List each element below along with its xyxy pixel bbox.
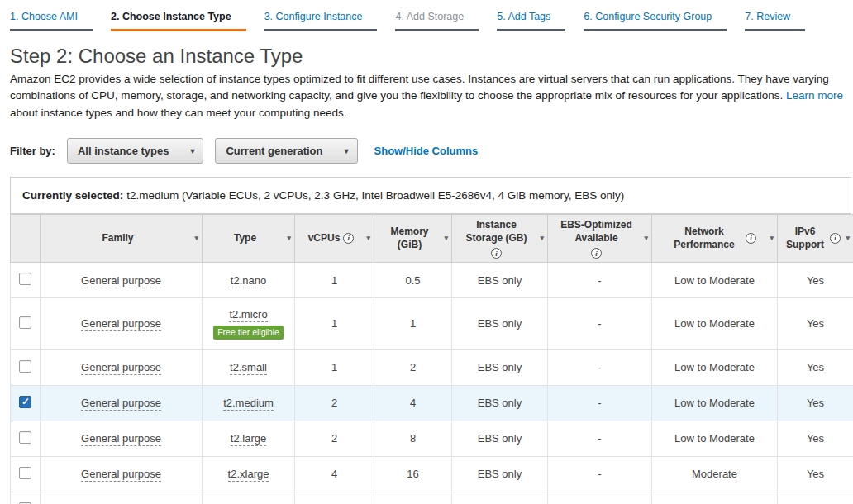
col-header-vcpus[interactable]: vCPUsi ▾ — [295, 214, 374, 262]
table-row-t2-medium[interactable]: General purpose t2.medium 2 4 EBS only -… — [11, 385, 853, 421]
table-row-t2-large[interactable]: General purpose t2.large 2 8 EBS only - … — [11, 421, 853, 456]
row-checkbox[interactable] — [19, 360, 31, 373]
sort-caret-icon[interactable]: ▾ — [366, 234, 370, 242]
row-checkbox[interactable] — [19, 467, 31, 479]
type-value[interactable]: t2.small — [230, 361, 267, 375]
col-header-ipv6-support[interactable]: IPv6 Supporti ▾ — [778, 214, 853, 262]
memory-value: 1 — [374, 298, 452, 350]
generation-filter-dropdown[interactable]: Current generation ▾ — [215, 138, 357, 164]
network-performance-value: Low to Moderate — [652, 385, 778, 421]
ebs-optimized-value: - — [548, 421, 652, 456]
col-label: IPv6 Support — [784, 225, 827, 251]
storage-value: EBS only — [452, 263, 548, 298]
show-hide-columns-link[interactable]: Show/Hide Columns — [374, 145, 479, 157]
sort-caret-icon[interactable]: ▾ — [287, 234, 291, 242]
currently-selected-value: t2.medium (Variable ECUs, 2 vCPUs, 2.3 G… — [126, 189, 624, 202]
ebs-optimized-value: - — [548, 456, 652, 492]
row-checkbox[interactable] — [19, 431, 31, 444]
storage-value: EBS only — [452, 421, 548, 456]
info-icon[interactable]: i — [830, 233, 841, 244]
family-value[interactable]: General purpose — [81, 274, 161, 288]
step-1-choose-ami[interactable]: 1. Choose AMI — [10, 11, 93, 31]
network-performance-value: Moderate — [652, 456, 778, 492]
network-performance-value: Low to Moderate — [652, 298, 778, 350]
vcpus-value: 1 — [295, 263, 374, 298]
col-header-family[interactable]: Family ▾ — [41, 214, 203, 262]
info-icon[interactable]: i — [591, 248, 602, 259]
col-label: Network Performance — [666, 225, 742, 251]
step-5-add-tags[interactable]: 5. Add Tags — [497, 11, 565, 31]
col-label: Instance Storage (GB) — [457, 218, 536, 245]
table-row-t2-2xlarge[interactable]: General purpose t2.2xlarge 8 32 EBS only… — [11, 492, 853, 504]
page-title: Step 2: Choose an Instance Type — [10, 45, 843, 68]
filter-bar: Filter by: All instance types ▾ Current … — [10, 138, 843, 164]
sort-caret-icon[interactable]: ▾ — [540, 234, 544, 242]
chevron-down-icon: ▾ — [190, 146, 194, 155]
type-value[interactable]: t2.micro — [229, 308, 267, 322]
row-checkbox[interactable] — [19, 273, 31, 285]
family-value[interactable]: General purpose — [81, 397, 161, 411]
step-7-review[interactable]: 7. Review — [745, 11, 805, 31]
step-6-configure-security-group[interactable]: 6. Configure Security Group — [584, 11, 727, 31]
chevron-down-icon: ▾ — [345, 146, 349, 155]
step-3-configure-instance[interactable]: 3. Configure Instance — [264, 11, 378, 31]
filter-by-label: Filter by: — [10, 145, 55, 157]
ebs-optimized-value: - — [548, 298, 652, 350]
ipv6-support-value: Yes — [778, 263, 853, 298]
col-label: EBS-Optimized Available — [553, 218, 640, 245]
learn-more-link[interactable]: Learn more — [786, 89, 843, 102]
family-value[interactable]: General purpose — [81, 432, 161, 446]
memory-value: 8 — [374, 421, 452, 456]
type-value[interactable]: t2.large — [231, 432, 266, 446]
col-header-instance-storage[interactable]: Instance Storage (GB)i ▾ — [452, 214, 548, 262]
ipv6-support-value: Yes — [778, 298, 853, 350]
table-row-t2-nano[interactable]: General purpose t2.nano 1 0.5 EBS only -… — [11, 263, 853, 298]
type-value[interactable]: t2.xlarge — [228, 468, 269, 482]
col-header-memory[interactable]: Memory (GiB) ▾ — [374, 214, 452, 262]
vcpus-value: 2 — [295, 385, 374, 421]
info-icon[interactable]: i — [491, 248, 502, 259]
instance-type-filter-dropdown[interactable]: All instance types ▾ — [67, 138, 204, 164]
table-row-t2-small[interactable]: General purpose t2.small 1 2 EBS only - … — [11, 349, 853, 385]
col-header-network-performance[interactable]: Network Performancei ▾ — [652, 214, 778, 262]
vcpus-value: 1 — [295, 349, 374, 385]
family-value[interactable]: General purpose — [81, 317, 161, 331]
col-label: Type — [234, 231, 256, 245]
storage-value: EBS only — [452, 385, 548, 421]
memory-value: 0.5 — [374, 263, 452, 298]
info-icon[interactable]: i — [343, 233, 354, 244]
vcpus-value: 1 — [295, 298, 374, 350]
instance-type-table: Family ▾ Type ▾ vCPUsi ▾ Memory (GiB) ▾ … — [10, 214, 853, 504]
sort-caret-icon[interactable]: ▾ — [846, 234, 850, 242]
sort-caret-icon[interactable]: ▾ — [644, 234, 648, 242]
sort-caret-icon[interactable]: ▾ — [770, 234, 774, 242]
row-checkbox[interactable] — [19, 316, 31, 329]
vcpus-value: 8 — [295, 492, 374, 504]
generation-filter-value: Current generation — [226, 145, 322, 157]
page-description: Amazon EC2 provides a wide selection of … — [10, 71, 843, 121]
description-text: Amazon EC2 provides a wide selection of … — [10, 73, 829, 102]
table-row-t2-micro[interactable]: General purpose t2.micro Free tier eligi… — [11, 298, 853, 350]
ipv6-support-value: Yes — [778, 421, 853, 456]
ipv6-support-value: Yes — [778, 456, 853, 492]
type-value[interactable]: t2.medium — [223, 397, 274, 411]
wizard-steps: 1. Choose AMI2. Choose Instance Type3. C… — [0, 0, 853, 31]
family-value[interactable]: General purpose — [81, 468, 161, 482]
currently-selected-label: Currently selected: — [22, 189, 123, 202]
row-checkbox[interactable] — [19, 396, 31, 408]
col-header-ebs-optimized[interactable]: EBS-Optimized Availablei ▾ — [548, 214, 652, 262]
col-header-type[interactable]: Type ▾ — [203, 214, 295, 262]
memory-value: 16 — [374, 456, 452, 492]
free-tier-badge: Free tier eligible — [213, 326, 284, 340]
info-icon[interactable]: i — [746, 233, 756, 244]
instance-type-filter-value: All instance types — [78, 145, 169, 157]
col-label: Memory (GiB) — [379, 225, 440, 251]
sort-caret-icon[interactable]: ▾ — [194, 234, 198, 242]
network-performance-value: Low to Moderate — [652, 421, 778, 456]
vcpus-value: 4 — [295, 456, 374, 492]
family-value[interactable]: General purpose — [81, 361, 161, 375]
sort-caret-icon[interactable]: ▾ — [444, 234, 448, 242]
type-value[interactable]: t2.nano — [231, 274, 266, 288]
table-header-row: Family ▾ Type ▾ vCPUsi ▾ Memory (GiB) ▾ … — [11, 214, 853, 262]
table-row-t2-xlarge[interactable]: General purpose t2.xlarge 4 16 EBS only … — [11, 456, 853, 492]
